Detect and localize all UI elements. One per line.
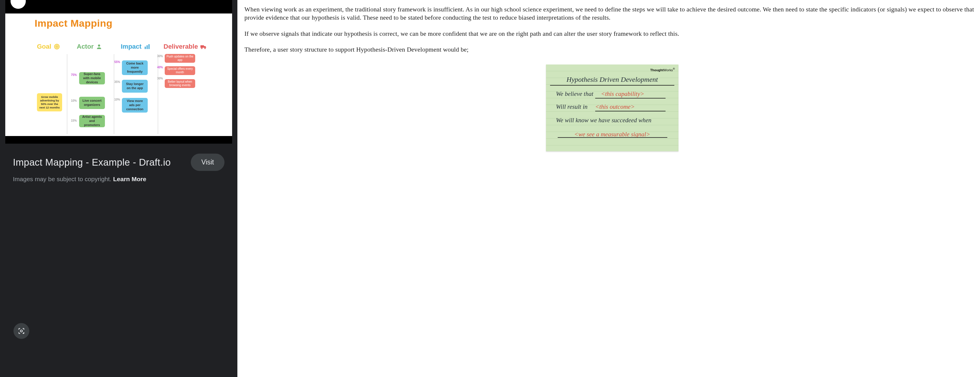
svg-point-11 [23, 333, 24, 334]
truck-icon [200, 43, 207, 50]
svg-rect-7 [200, 45, 204, 48]
deliverable-node: Better layout when browsing events [165, 79, 195, 88]
card-title: Hypothesis Driven Development [546, 76, 678, 84]
impact-mapping-diagram[interactable]: Impact Mapping Goal Actor Impact [5, 13, 232, 136]
person-icon [96, 43, 102, 50]
result-header-row: Impact Mapping - Example - Draft.io Visi… [0, 144, 237, 174]
copyright-text: Images may be subject to copyright. [13, 176, 113, 182]
target-icon [54, 43, 60, 50]
edge-weight: 30% [157, 54, 163, 58]
card-fill-capability: <this capability> [601, 90, 644, 98]
result-title: Impact Mapping - Example - Draft.io [13, 157, 171, 168]
diagram-column-headers: Goal Actor Impact [5, 43, 232, 54]
card-label: We will know we have succedeed when [556, 117, 651, 124]
article-paragraph: Therefore, a user story structure to sup… [244, 45, 980, 54]
edge-weight: 35% [114, 80, 120, 84]
svg-point-9 [205, 48, 206, 49]
visit-button[interactable]: Visit [191, 154, 224, 171]
card-line-know: We will know we have succedeed when [556, 117, 651, 124]
actor-node: Super-fans with mobile devices [79, 72, 105, 84]
header-deliverable: Deliverable [164, 43, 207, 51]
svg-point-3 [98, 45, 100, 47]
edge-weight: 10% [71, 99, 77, 102]
google-lens-button[interactable] [13, 323, 29, 339]
header-goal: Goal [37, 43, 60, 51]
edge-weight: 55% [114, 60, 120, 64]
diagram-title: Impact Mapping [35, 17, 113, 29]
column-separator [67, 54, 67, 134]
svg-point-8 [201, 48, 202, 49]
image-viewer-panel: Impact Mapping Goal Actor Impact [0, 0, 237, 377]
goal-node: Grow mobile advertising by 50% over the … [37, 93, 62, 111]
impact-node: View more ads per connection [122, 98, 148, 113]
actor-node: Live concert organizers [79, 97, 105, 109]
header-goal-label: Goal [37, 43, 51, 51]
learn-more-link[interactable]: Learn More [113, 176, 146, 182]
impact-node: Come back more frequently [122, 60, 148, 75]
card-label: We believe that [556, 90, 593, 98]
chart-icon [144, 43, 150, 50]
header-actor-label: Actor [77, 43, 94, 51]
card-fill-outcome: <this outcome> [595, 103, 635, 111]
thoughtworks-logo: ThoughtWorks® [650, 67, 675, 72]
impact-node: Stay longer on the app [122, 80, 148, 93]
edge-weight: 30% [157, 77, 163, 80]
logo-bold: Thought [650, 68, 663, 72]
image-preview-container: Impact Mapping Goal Actor Impact [5, 0, 232, 144]
svg-rect-5 [146, 45, 148, 49]
svg-rect-6 [149, 44, 150, 49]
card-container: ThoughtWorks® Hypothesis Driven Developm… [244, 62, 980, 151]
card-title-rule [550, 85, 675, 86]
article-panel: When viewing work as an experiment, the … [237, 0, 980, 377]
card-line-believe: We believe that <this capability> [556, 90, 644, 98]
column-separator [114, 54, 114, 134]
deliverable-node: Special offers every month [165, 66, 195, 75]
svg-point-10 [21, 330, 22, 332]
actor-node: Artist agents and promoters [79, 115, 105, 127]
edge-weight: 15% [71, 119, 77, 122]
svg-point-2 [57, 46, 57, 47]
deliverable-node: Push updates on the app [165, 54, 195, 63]
card-line-result: Will result in <this outcome> [556, 103, 635, 111]
card-underline [558, 137, 667, 138]
svg-rect-4 [145, 47, 146, 49]
card-underline [595, 98, 665, 99]
card-label: Will result in [556, 103, 588, 111]
edge-weight: 10% [114, 98, 120, 101]
hypothesis-index-card: ThoughtWorks® Hypothesis Driven Developm… [546, 65, 678, 151]
header-deliverable-label: Deliverable [164, 43, 198, 51]
card-underline [595, 111, 665, 111]
article-paragraph: When viewing work as an experiment, the … [244, 5, 980, 22]
copyright-notice: Images may be subject to copyright. Lear… [0, 174, 237, 186]
header-actor: Actor [77, 43, 102, 51]
lens-icon [18, 327, 25, 335]
article-paragraph: If we observe signals that indicate our … [244, 30, 980, 38]
header-impact: Impact [121, 43, 150, 51]
edge-weight: 75% [71, 73, 77, 76]
edge-weight: 40% [157, 66, 163, 69]
header-impact-label: Impact [121, 43, 142, 51]
logo-rest: Works [663, 68, 673, 72]
